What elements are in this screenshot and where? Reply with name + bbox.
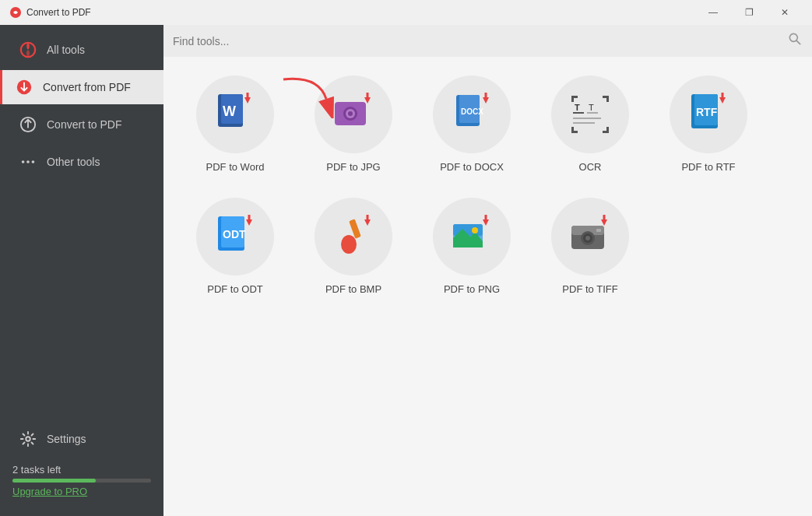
convert-from-pdf-icon — [15, 78, 33, 97]
tasks-left-label: 2 tasks left — [12, 464, 151, 476]
settings-label: Settings — [47, 433, 86, 445]
pdf-to-png-icon-circle — [433, 198, 511, 276]
pdf-to-bmp-icon-circle — [315, 198, 392, 276]
pdf-to-docx-icon-circle: DOCX — [433, 75, 511, 153]
minimize-button[interactable]: — — [695, 0, 731, 25]
svg-text:W: W — [223, 104, 236, 119]
svg-rect-36 — [573, 112, 584, 114]
window-title: Convert to PDF — [26, 7, 91, 18]
svg-rect-14 — [247, 93, 249, 99]
tasks-left: 2 tasks left Upgrade to PRO — [0, 458, 163, 504]
pdf-to-rtf-icon-circle: RTF — [670, 75, 747, 153]
svg-point-7 — [26, 437, 30, 441]
settings-icon — [19, 430, 37, 448]
pdf-to-bmp-label: PDF to BMP — [325, 283, 381, 295]
upgrade-link[interactable]: Upgrade to PRO — [12, 486, 87, 497]
svg-point-19 — [348, 111, 353, 116]
all-tools-icon — [19, 40, 37, 59]
tool-item-pdf-to-word[interactable]: W PDF to Word — [188, 75, 282, 173]
svg-rect-54 — [367, 215, 369, 221]
search-bar — [163, 25, 812, 57]
tool-item-pdf-to-rtf[interactable]: RTF PDF to RTF — [662, 75, 755, 173]
sidebar-item-convert-from-pdf[interactable]: Convert from PDF — [0, 70, 163, 104]
other-tools-icon — [19, 153, 37, 171]
maximize-button[interactable]: ❐ — [731, 0, 767, 25]
sidebar-item-convert-from-pdf-label: Convert from PDF — [43, 81, 131, 93]
tool-item-pdf-to-docx[interactable]: DOCX PDF to DOCX — [425, 75, 518, 173]
sidebar-item-other-tools[interactable]: Other tools — [6, 145, 157, 179]
tool-item-pdf-to-png[interactable]: PDF to PNG — [425, 198, 518, 295]
svg-text:T: T — [575, 103, 580, 112]
tool-item-ocr[interactable]: T T OCR — [543, 75, 637, 173]
svg-rect-26 — [485, 93, 487, 99]
svg-rect-68 — [603, 215, 606, 221]
tool-item-pdf-to-tiff[interactable]: PDF to TIFF — [543, 198, 637, 295]
tool-item-pdf-to-odt[interactable]: ODT PDF to ODT — [188, 198, 282, 295]
sidebar-bottom: Settings 2 tasks left Upgrade to PRO — [0, 420, 163, 516]
pdf-to-odt-icon-circle: ODT — [196, 198, 274, 276]
svg-text:RTF: RTF — [696, 106, 718, 118]
pdf-to-word-icon-circle: W — [196, 75, 274, 153]
search-input[interactable] — [173, 35, 781, 47]
svg-rect-21 — [367, 93, 369, 99]
pdf-to-jpg-icon-circle — [315, 75, 392, 153]
svg-rect-32 — [571, 127, 574, 133]
tool-item-pdf-to-jpg[interactable]: PDF to JPG — [307, 75, 400, 173]
pdf-to-tiff-icon-circle — [551, 198, 629, 276]
sidebar-item-all-tools-label: All tools — [47, 44, 85, 56]
svg-point-58 — [472, 227, 478, 233]
svg-rect-34 — [606, 127, 609, 133]
svg-point-52 — [341, 235, 357, 254]
svg-text:DOCX: DOCX — [461, 107, 483, 116]
svg-text:ODT: ODT — [223, 228, 246, 240]
app-icon — [9, 6, 22, 19]
pdf-to-tiff-label: PDF to TIFF — [562, 283, 617, 295]
svg-text:T: T — [589, 103, 594, 112]
svg-rect-28 — [571, 96, 574, 102]
ocr-label: OCR — [579, 161, 602, 173]
sidebar-settings[interactable]: Settings — [6, 422, 157, 456]
search-icon — [787, 31, 803, 51]
title-bar: Convert to PDF — ❐ ✕ — [0, 0, 812, 25]
sidebar-item-all-tools[interactable]: All tools — [6, 33, 157, 67]
ocr-icon-circle: T T — [551, 75, 629, 153]
tools-grid: W PDF to Word — [163, 57, 812, 314]
pdf-to-rtf-label: PDF to RTF — [681, 161, 735, 173]
pdf-to-odt-label: PDF to ODT — [207, 283, 263, 295]
progress-bar-fill — [12, 479, 96, 483]
svg-point-4 — [22, 160, 25, 163]
pdf-to-docx-label: PDF to DOCX — [440, 161, 504, 173]
app-body: All tools Convert from PDF Convert to PD… — [0, 25, 812, 516]
sidebar: All tools Convert from PDF Convert to PD… — [0, 25, 163, 516]
convert-to-pdf-icon — [19, 115, 37, 134]
svg-rect-38 — [587, 112, 598, 114]
svg-rect-30 — [606, 96, 609, 102]
svg-rect-66 — [596, 229, 601, 232]
pdf-to-jpg-label: PDF to JPG — [326, 161, 380, 173]
svg-rect-39 — [573, 118, 601, 119]
tool-item-pdf-to-bmp[interactable]: PDF to BMP — [307, 198, 400, 295]
main-content: W PDF to Word — [163, 25, 812, 516]
svg-point-5 — [26, 160, 30, 163]
close-button[interactable]: ✕ — [767, 0, 803, 25]
sidebar-item-convert-to-pdf-label: Convert to PDF — [47, 118, 121, 131]
svg-rect-60 — [485, 215, 487, 221]
svg-rect-50 — [248, 215, 251, 221]
svg-point-65 — [585, 236, 590, 240]
sidebar-item-convert-to-pdf[interactable]: Convert to PDF — [6, 107, 157, 142]
window-controls: — ❐ ✕ — [695, 0, 803, 25]
svg-line-9 — [796, 40, 800, 44]
pdf-to-png-label: PDF to PNG — [444, 283, 500, 295]
svg-point-6 — [32, 160, 35, 163]
sidebar-item-other-tools-label: Other tools — [47, 156, 100, 168]
progress-bar — [12, 479, 151, 483]
svg-rect-40 — [573, 122, 595, 124]
svg-rect-45 — [722, 93, 724, 99]
pdf-to-word-label: PDF to Word — [206, 161, 265, 173]
